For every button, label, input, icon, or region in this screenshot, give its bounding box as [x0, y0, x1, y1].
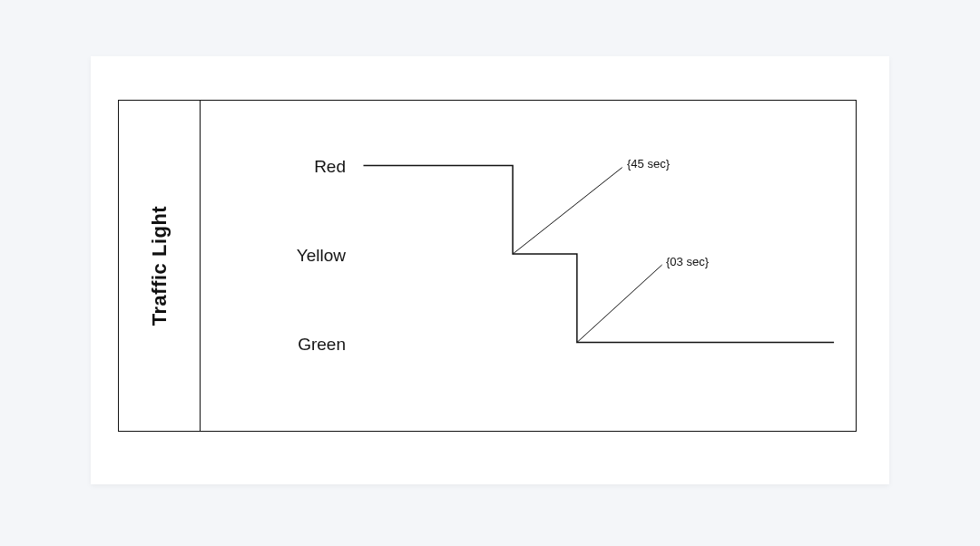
timing-diagram-frame: Traffic Light Red Yellow Green {45 sec} … [118, 100, 857, 432]
diagram-title: Traffic Light [148, 206, 172, 326]
state-label-red: Red [255, 157, 346, 177]
state-label-green: Green [255, 335, 346, 355]
transition-duration-2: {03 sec} [666, 255, 709, 268]
state-label-yellow: Yellow [255, 246, 346, 266]
annotation-leader-2 [577, 265, 662, 343]
timing-signal [201, 101, 856, 431]
transition-duration-1: {45 sec} [627, 157, 670, 171]
annotation-leader-1 [513, 168, 622, 254]
signal-line [364, 166, 835, 343]
title-cell: Traffic Light [119, 101, 201, 431]
chart-area: Red Yellow Green {45 sec} {03 sec} [201, 101, 856, 431]
page: Traffic Light Red Yellow Green {45 sec} … [0, 0, 980, 546]
figure-card: Traffic Light Red Yellow Green {45 sec} … [91, 56, 889, 484]
